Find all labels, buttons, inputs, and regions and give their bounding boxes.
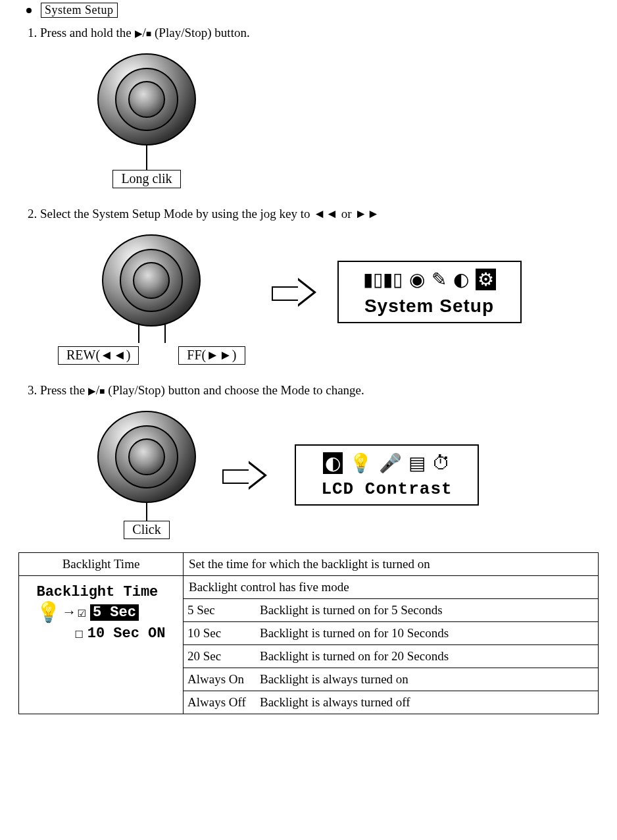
backlight-screen: Backlight Time 💡 → ☑ 5 Sec ☐ 10 Sec ON	[34, 580, 168, 646]
checkbox-checked-icon: ☑	[78, 604, 86, 621]
table-header-left: Backlight Time	[19, 553, 184, 576]
mode-label: 5 Sec	[184, 599, 256, 622]
equalizer-icon: ▮▯▮▯	[363, 269, 403, 290]
gear-icon: ⚙	[476, 269, 496, 290]
bl-screen-title: Backlight Time	[36, 584, 165, 600]
contrast-icon: ◐	[323, 452, 343, 474]
modes-inner-table: 5 Sec Backlight is turned on for 5 Secon…	[184, 599, 598, 714]
table-row: Always Off Backlight is always turned of…	[184, 691, 598, 714]
arrow-icon: →	[64, 604, 73, 621]
ff-label: FF(►►)	[178, 346, 245, 365]
sheet-icon: ▤	[408, 452, 426, 474]
lcd-icon-row: ▮▯▮▯ ◉ ✎ ◐ ⚙	[363, 269, 496, 290]
jog-wheel-block: Long clik	[97, 53, 196, 188]
diagram-step-1: Long clik	[18, 53, 599, 188]
step-1: 1. Press and hold the ▶/■ (Play/Stop) bu…	[18, 26, 599, 40]
lcd-system-setup-title: System Setup	[364, 296, 494, 317]
bulb-icon: 💡	[36, 600, 61, 625]
pointer-line-icon	[58, 323, 245, 343]
mode-label: 20 Sec	[184, 645, 256, 668]
jog-wheel-click: Click	[97, 411, 196, 539]
sheet-icon: ✎	[432, 269, 447, 290]
step-1-num: 1.	[28, 26, 37, 39]
checkbox-icon: ☐	[74, 625, 83, 643]
bl-next: 10 Sec ON	[87, 625, 166, 642]
lcd-contrast: ◐ 💡 🎤 ▤ ⏱ LCD Contrast	[295, 444, 479, 506]
mode-label: 10 Sec	[184, 622, 256, 645]
table-row: 10 Sec Backlight is turned on for 10 Sec…	[184, 622, 598, 645]
step-2-num: 2.	[28, 207, 37, 221]
jog-wheel-icon	[97, 53, 196, 145]
table-row: 5 Sec Backlight is turned on for 5 Secon…	[184, 599, 598, 622]
mode-desc: Backlight is turned on for 10 Seconds	[256, 622, 598, 645]
mode-desc: Backlight is turned on for 5 Seconds	[256, 599, 598, 622]
table-row: Always On Backlight is always turned on	[184, 668, 598, 691]
mic-icon: 🎤	[379, 452, 402, 474]
lcd-icon-row: ◐ 💡 🎤 ▤ ⏱	[323, 452, 451, 474]
diagram-step-3: Click ◐ 💡 🎤 ▤ ⏱ LCD Contrast	[18, 411, 599, 539]
mode-desc: Backlight is always turned on	[256, 668, 598, 691]
step-1-text-b: (Play/Stop) button.	[151, 26, 249, 39]
jog-wheel-icon	[97, 411, 196, 503]
lcd-contrast-title: LCD Contrast	[321, 479, 452, 499]
diagram-step-2: REW(◄◄) FF(►►) ▮▯▮▯ ◉ ✎ ◐ ⚙ System Setup	[18, 234, 599, 365]
section-header: System Setup	[18, 3, 599, 18]
mode-desc: Backlight is turned on for 20 Seconds	[256, 645, 598, 668]
arrow-right-icon	[272, 276, 318, 309]
mode-label: Always Off	[184, 691, 256, 714]
playstop-icon: ▶/■	[135, 26, 152, 39]
click-label: Click	[124, 521, 169, 539]
table-row: 20 Sec Backlight is turned on for 20 Sec…	[184, 645, 598, 668]
jog-wheel-icon	[102, 234, 201, 327]
radio-icon: ◉	[409, 269, 425, 290]
table-row: Backlight Time 💡 → ☑ 5 Sec ☐ 10 Sec ON B…	[19, 576, 599, 714]
table-sub-header: Backlight control has five mode	[184, 576, 598, 599]
arrow-right-icon	[222, 459, 268, 492]
mode-label: Always On	[184, 668, 256, 691]
clock-off-icon: ⏱	[432, 452, 451, 474]
section-title: System Setup	[41, 3, 118, 18]
step-3-text-a: Press the	[40, 383, 88, 397]
step-2-text: Select the System Setup Mode by using th…	[40, 207, 380, 221]
bulb-icon: 💡	[349, 452, 372, 474]
table-header-desc: Set the time for which the backlight is …	[184, 553, 599, 576]
pointer-line-icon	[146, 501, 147, 521]
bullet-icon	[26, 8, 32, 13]
bl-selected: 5 Sec	[90, 604, 139, 621]
table-row: Backlight Time Set the time for which th…	[19, 553, 599, 576]
rew-label: REW(◄◄)	[58, 346, 139, 365]
step-3: 3. Press the ▶/■ (Play/Stop) button and …	[18, 383, 599, 398]
backlight-table: Backlight Time Set the time for which th…	[18, 552, 599, 714]
playstop-icon: ▶/■	[88, 383, 105, 397]
step-1-text-a: Press and hold the	[40, 26, 135, 39]
long-click-label: Long clik	[112, 170, 180, 188]
step-3-num: 3.	[28, 383, 37, 397]
dish-icon: ◐	[453, 269, 469, 290]
step-3-text-b: (Play/Stop) button and choose the Mode t…	[105, 383, 364, 397]
mode-desc: Backlight is always turned off	[256, 691, 598, 714]
jog-wheel-rewff: REW(◄◄) FF(►►)	[58, 234, 245, 365]
step-2: 2. Select the System Setup Mode by using…	[18, 207, 599, 221]
lcd-system-setup: ▮▯▮▯ ◉ ✎ ◐ ⚙ System Setup	[337, 261, 522, 323]
pointer-line-icon	[146, 144, 147, 170]
table-modes-cell: Backlight control has five mode 5 Sec Ba…	[184, 576, 599, 714]
table-screen-cell: Backlight Time 💡 → ☑ 5 Sec ☐ 10 Sec ON	[19, 576, 184, 714]
